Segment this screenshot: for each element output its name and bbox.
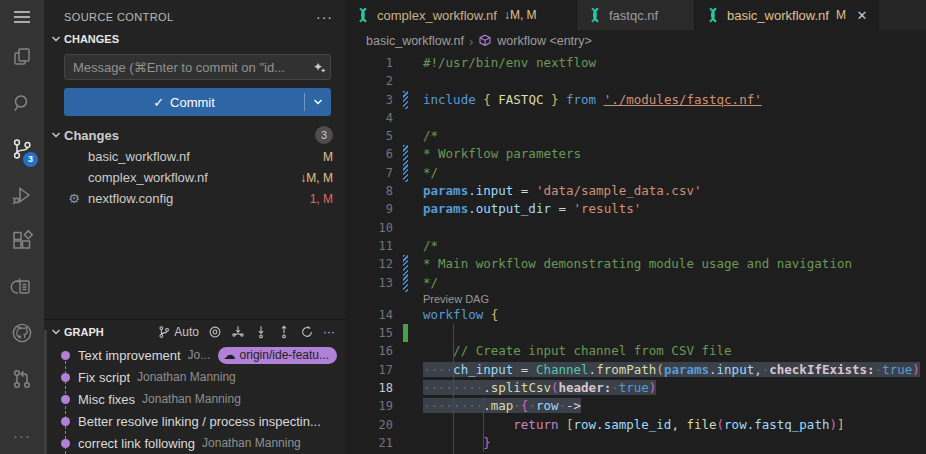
commit-row[interactable]: correct link followingJonathan Manning (44, 432, 345, 454)
changes-section-header[interactable]: CHANGES (44, 28, 345, 50)
tab-label: complex_workflow.nf (377, 8, 497, 23)
code-line[interactable]: 6* Workflow parameters (345, 145, 926, 163)
commit-dot-icon (61, 351, 70, 360)
code-line[interactable]: 16 // Create input channel from CSV file (345, 342, 926, 360)
editor-tab[interactable]: fastqc.nf (577, 0, 695, 30)
commit-title: Fix script (78, 370, 130, 385)
code-line[interactable]: 3include { FASTQC } from './modules/fast… (345, 91, 926, 109)
changed-file-row[interactable]: basic_workflow.nfM (44, 146, 345, 167)
commit-dot-icon (61, 395, 70, 404)
graph-auto-toggle[interactable]: Auto (157, 325, 199, 339)
changes-list-header[interactable]: Changes 3 (44, 124, 345, 146)
code-line[interactable]: 8params.input = 'data/sample_data.csv' (345, 182, 926, 200)
code-area[interactable]: 1#!/usr/bin/env nextflow23include { FAST… (345, 52, 926, 454)
commit-title: Misc fixes (78, 392, 135, 407)
check-icon: ✓ (153, 95, 164, 110)
breadcrumb-file[interactable]: basic_workflow.nf (366, 34, 464, 48)
sidebar-title: SOURCE CONTROL (64, 11, 174, 23)
branch-badge[interactable]: ☁origin/ide-featu... (218, 347, 337, 364)
editor-group: complex_workflow.nf↓M, Mfastqc.nfbasic_w… (345, 0, 926, 454)
code-line[interactable]: 15 (345, 324, 926, 342)
editor-tab[interactable]: complex_workflow.nf↓M, M (345, 0, 577, 30)
extensions-icon[interactable] (0, 218, 44, 264)
code-line[interactable]: 2 (345, 72, 926, 90)
docs-refresh-icon[interactable] (0, 264, 44, 310)
line-number: 6 (345, 145, 393, 163)
symbol-module-icon (478, 34, 492, 48)
tab-label: basic_workflow.nf (727, 8, 829, 23)
git-status-decoration: ↓M, M (292, 171, 333, 185)
commit-message-input[interactable] (65, 60, 311, 75)
graph-target-icon[interactable] (208, 325, 222, 339)
activity-more-icon[interactable]: ··· (0, 416, 44, 454)
git-gutter-marker (403, 255, 408, 273)
fetch-icon[interactable] (231, 325, 245, 339)
line-number: 7 (345, 164, 393, 182)
line-number: 14 (345, 306, 393, 324)
scm-count-badge: 3 (23, 152, 38, 167)
close-icon[interactable]: ✕ (856, 8, 868, 23)
code-line[interactable]: 19········.map·{·row·-> (345, 397, 926, 415)
line-number: 3 (345, 91, 393, 109)
code-line[interactable]: 4 (345, 109, 926, 127)
menu-icon[interactable] (0, 0, 44, 34)
line-number: 10 (345, 219, 393, 237)
line-number: 13 (345, 274, 393, 292)
commit-dropdown-icon[interactable] (305, 97, 331, 107)
file-name: complex_workflow.nf (88, 170, 208, 185)
search-icon[interactable] (0, 80, 44, 126)
git-gutter-marker (403, 145, 408, 163)
sparkle-icon[interactable]: ✦✦ (311, 60, 330, 74)
code-line[interactable]: 20 return [row.sample_id, file(row.fastq… (345, 416, 926, 434)
code-line[interactable]: 13*/ (345, 274, 926, 292)
line-number: 16 (345, 342, 393, 360)
source-control-icon[interactable]: 3 (0, 126, 44, 172)
commit-row[interactable]: Text improvementJo...☁origin/ide-featu..… (44, 344, 345, 366)
changed-file-row[interactable]: complex_workflow.nf↓M, M (44, 167, 345, 188)
github-icon[interactable] (0, 310, 44, 356)
commit-author: Jonathan Manning (142, 392, 241, 406)
git-gutter-marker (403, 91, 408, 109)
run-debug-icon[interactable] (0, 172, 44, 218)
line-number: 5 (345, 127, 393, 145)
code-line[interactable]: 1#!/usr/bin/env nextflow (345, 54, 926, 72)
commit-row[interactable]: Misc fixesJonathan Manning (44, 388, 345, 410)
code-line[interactable]: 7*/ (345, 164, 926, 182)
commit-row[interactable]: Better resolve linking / process inspect… (44, 410, 345, 432)
tab-git-decoration: M (836, 8, 846, 22)
codelens-preview-dag[interactable]: Preview DAG (345, 292, 926, 306)
breadcrumb-symbol[interactable]: workflow <entry> (497, 34, 591, 48)
activity-bar: 3 ··· (0, 0, 44, 454)
commit-button[interactable]: ✓ Commit (64, 88, 331, 116)
changes-file-list: basic_workflow.nfMcomplex_workflow.nf↓M,… (44, 146, 345, 209)
code-line[interactable]: 12* Main workflow demonstrating module u… (345, 255, 926, 273)
code-line[interactable]: 14workflow { (345, 306, 926, 324)
code-line[interactable]: 18········.splitCsv(header:·true) (345, 379, 926, 397)
code-line[interactable]: 11/* (345, 237, 926, 255)
nextflow-file-icon (587, 7, 603, 23)
indent-guide (483, 397, 484, 452)
sidebar-more-icon[interactable]: ··· (316, 9, 333, 25)
code-line[interactable]: 9params.output_dir = 'results' (345, 200, 926, 218)
gear-icon: ⚙ (68, 192, 80, 205)
code-line[interactable]: 17····ch_input = Channel.fromPath(params… (345, 361, 926, 379)
code-line[interactable]: 21 } (345, 434, 926, 452)
explorer-icon[interactable] (0, 34, 44, 80)
commit-dot-icon (61, 439, 70, 448)
nextflow-file-icon (355, 7, 371, 23)
push-icon[interactable] (277, 325, 291, 339)
line-number: 8 (345, 182, 393, 200)
code-line[interactable]: 10 (345, 219, 926, 237)
cloud-icon: ☁ (224, 348, 236, 362)
graph-more-icon[interactable]: ··· (323, 325, 335, 339)
pull-request-icon[interactable] (0, 356, 44, 402)
code-line[interactable]: 5/* (345, 127, 926, 145)
editor-tab[interactable]: basic_workflow.nfM✕ (695, 0, 879, 30)
git-status-decoration: 1, M (302, 192, 333, 206)
commit-dot-icon (61, 417, 70, 426)
changed-file-row[interactable]: ⚙nextflow.config1, M (44, 188, 345, 209)
refresh-icon[interactable] (300, 325, 314, 339)
pull-icon[interactable] (254, 325, 268, 339)
commit-row[interactable]: Fix scriptJonathan Manning (44, 366, 345, 388)
line-number: 1 (345, 54, 393, 72)
